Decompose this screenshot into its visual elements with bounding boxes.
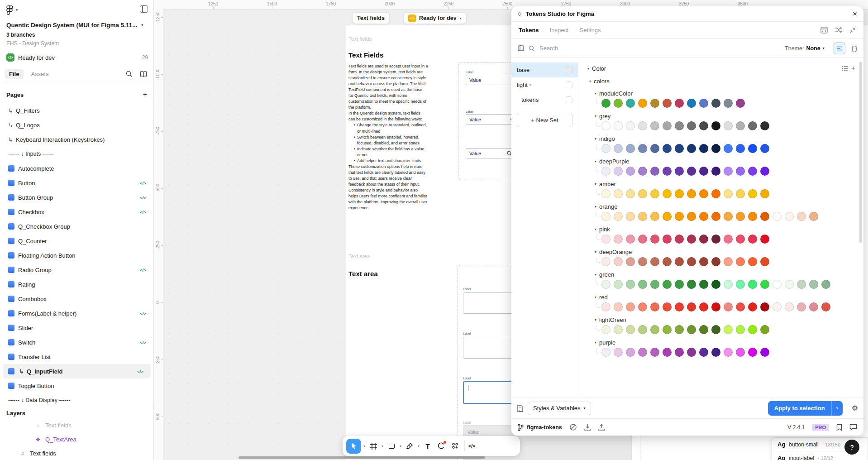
tab-tokens[interactable]: Tokens <box>519 27 539 34</box>
token-swatch[interactable] <box>724 144 733 153</box>
sidebar-item-q-logos[interactable]: ↳Q_Logos <box>0 118 153 132</box>
library-book-icon[interactable] <box>140 71 147 77</box>
token-swatch[interactable] <box>773 280 782 289</box>
token-swatch[interactable] <box>711 121 720 130</box>
token-group-header[interactable]: ▾deepOrange <box>595 248 855 256</box>
token-swatch[interactable] <box>748 144 757 153</box>
list-view-toggle[interactable] <box>834 43 845 54</box>
token-swatch[interactable] <box>699 189 708 198</box>
sidebar-item-keyboard-interaction-keystrokes[interactable]: ↳Keyboard Interaction (Keystrokes) <box>0 132 153 147</box>
token-group-header[interactable]: ▾purple <box>595 338 855 346</box>
token-swatch[interactable] <box>663 257 672 266</box>
dev-mode-toggle[interactable]: </> <box>468 443 475 449</box>
actions-tool-button[interactable] <box>449 440 461 452</box>
token-group-header[interactable]: ▾red <box>595 293 855 301</box>
text-field-select-default[interactable]: Value▾ <box>466 114 515 125</box>
token-swatch[interactable] <box>650 144 659 153</box>
token-swatch[interactable] <box>687 167 696 176</box>
token-swatch[interactable] <box>736 189 745 198</box>
token-swatch[interactable] <box>736 257 745 266</box>
token-swatch[interactable] <box>687 257 696 266</box>
feedback-chat-icon[interactable] <box>849 424 857 431</box>
token-swatch[interactable] <box>711 280 720 289</box>
token-swatch[interactable] <box>760 280 769 289</box>
show-forms-icon[interactable] <box>842 66 849 71</box>
token-swatch[interactable] <box>736 325 745 334</box>
set-checkbox[interactable] <box>566 81 572 88</box>
token-swatch[interactable] <box>638 302 647 311</box>
token-swatch[interactable] <box>638 212 647 221</box>
token-swatch[interactable] <box>699 212 708 221</box>
token-swatch[interactable] <box>687 348 696 357</box>
token-swatch[interactable] <box>638 99 647 108</box>
sync-disabled-icon[interactable] <box>569 423 577 431</box>
token-group-header[interactable]: ▾moduleColor <box>595 89 855 97</box>
export-tokens-icon[interactable] <box>598 424 605 431</box>
token-swatch[interactable] <box>601 257 610 266</box>
sidebar-item-q-counter[interactable]: Q_Counter <box>0 234 153 248</box>
ready-for-dev-row[interactable]: </> Ready for dev 29 <box>6 53 148 62</box>
token-swatch[interactable] <box>650 99 659 108</box>
token-swatch[interactable] <box>638 167 647 176</box>
sidebar-item-radio-group[interactable]: Radio Group</> <box>0 263 153 277</box>
token-swatch[interactable] <box>675 144 684 153</box>
search-input[interactable]: Search <box>539 45 558 52</box>
token-swatch[interactable] <box>711 99 720 108</box>
token-swatch[interactable] <box>736 302 745 311</box>
set-checkbox[interactable] <box>566 67 572 73</box>
token-swatch[interactable] <box>821 302 830 311</box>
token-swatch[interactable] <box>724 121 733 130</box>
token-swatch[interactable] <box>748 348 757 357</box>
token-swatch[interactable] <box>663 167 672 176</box>
token-swatch[interactable] <box>601 325 610 334</box>
token-swatch[interactable] <box>663 99 672 108</box>
token-swatch[interactable] <box>675 235 684 244</box>
token-swatch[interactable] <box>663 144 672 153</box>
bookmark-icon[interactable] <box>836 424 842 431</box>
token-swatch[interactable] <box>699 235 708 244</box>
token-swatch[interactable] <box>675 212 684 221</box>
token-swatch[interactable] <box>687 144 696 153</box>
token-swatch[interactable] <box>601 167 610 176</box>
chevron-down-icon[interactable]: ▾ <box>16 8 18 12</box>
section-name-chip[interactable]: Text fields <box>352 12 390 24</box>
sidebar-item-q-inputfield[interactable]: ↳Q_InputField</> <box>3 364 151 379</box>
token-swatch[interactable] <box>736 280 745 289</box>
token-swatch[interactable] <box>663 302 672 311</box>
project-label[interactable]: EHS - Design System <box>6 40 59 47</box>
token-swatch[interactable] <box>601 348 610 357</box>
token-subgroup-label[interactable]: colors <box>594 78 610 85</box>
token-swatch[interactable] <box>614 144 623 153</box>
theme-selector[interactable]: Theme: None ▾ <box>785 45 825 52</box>
branches-label[interactable]: 3 branches <box>6 32 35 38</box>
horizontal-scrollbar[interactable] <box>238 456 485 459</box>
sidebar-item-checkbox[interactable]: Checkbox</> <box>0 205 153 219</box>
token-set-light[interactable]: light▾ <box>511 77 578 92</box>
token-swatch[interactable] <box>699 167 708 176</box>
token-swatch[interactable] <box>601 302 610 311</box>
figma-logo-icon[interactable] <box>6 5 13 15</box>
help-button[interactable]: ? <box>844 440 859 455</box>
token-swatch[interactable] <box>601 212 610 221</box>
token-swatch[interactable] <box>724 325 733 334</box>
token-swatch[interactable] <box>724 99 733 108</box>
apply-to-frame-icon[interactable] <box>820 27 828 34</box>
search-icon[interactable] <box>126 71 133 77</box>
token-swatch[interactable] <box>626 167 635 176</box>
token-swatch[interactable] <box>724 167 733 176</box>
token-swatch[interactable] <box>711 167 720 176</box>
layer-item-text-fields[interactable]: #Text fields <box>0 446 153 460</box>
token-swatch[interactable] <box>748 302 757 311</box>
token-swatch[interactable] <box>675 302 684 311</box>
text-field-search-default[interactable]: Value <box>466 148 515 158</box>
token-swatch[interactable] <box>675 325 684 334</box>
token-swatch[interactable] <box>650 167 659 176</box>
sidebar-item-rating[interactable]: Rating <box>0 277 153 292</box>
sync-provider[interactable]: figma-tokens <box>518 424 562 431</box>
token-swatch[interactable] <box>614 348 623 357</box>
token-swatch[interactable] <box>687 121 696 130</box>
token-list-scrollbar[interactable] <box>859 62 862 243</box>
token-group-header[interactable]: ▾lightGreen <box>595 316 855 324</box>
token-group-header[interactable]: ▾pink <box>595 225 855 233</box>
sidebar-item-combobox[interactable]: Combobox <box>0 292 153 306</box>
